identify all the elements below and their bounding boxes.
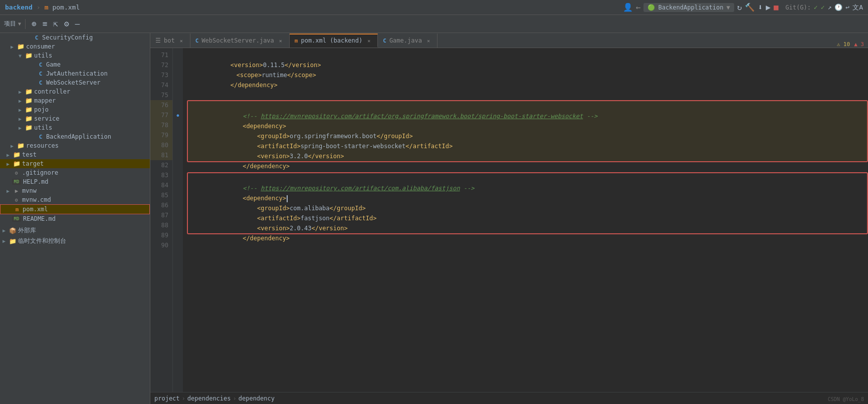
tree-item-mvnw[interactable]: ▶ ▶ mvnw — [0, 186, 150, 195]
git-clock[interactable]: 🕐 — [834, 4, 842, 11]
tree-item-game[interactable]: C Game — [0, 60, 150, 69]
tree-item-jwtauth[interactable]: C JwtAuthentication — [0, 69, 150, 78]
build-icon[interactable]: 🔨 — [745, 3, 755, 12]
gutter-79 — [173, 130, 183, 140]
tree-item-helpmd[interactable]: MD HELP.md — [0, 177, 150, 186]
tree-arrow: ▼ — [16, 53, 24, 59]
tree-item-test[interactable]: ▶ 📁 test — [0, 150, 150, 159]
tree-item-websocketserver[interactable]: C WebSocketServer — [0, 78, 150, 87]
tree-label: target — [22, 160, 44, 167]
line-num-81: 81 — [150, 150, 172, 160]
code-lines[interactable]: <version>0.11.5</version> <scope>runtime… — [183, 48, 868, 392]
tree-item-pomxml[interactable]: m pom.xml — [0, 204, 150, 214]
tree-item-backendapp[interactable]: C BackendApplication — [0, 132, 150, 141]
project-dropdown-label: 项目 — [4, 20, 16, 28]
toolbar-icon-add[interactable]: ⊕ — [30, 17, 39, 31]
code-line-74 — [187, 80, 868, 90]
line-numbers: 71 72 73 74 75 76 77 78 79 80 81 82 83 8… — [150, 48, 173, 392]
tree-item-utils1[interactable]: ▼ 📁 utils — [0, 51, 150, 60]
project-dropdown-arrow[interactable]: ▼ — [18, 21, 21, 27]
stop-icon[interactable]: ■ — [774, 3, 779, 12]
tab-pom-close[interactable]: ✕ — [365, 37, 372, 44]
tree-item-external-libs[interactable]: ▶ 📦 外部库 — [0, 225, 150, 236]
gutter-76 — [173, 100, 183, 110]
tree-item-service[interactable]: ▶ 📁 service — [0, 114, 150, 123]
git-check2[interactable]: ✓ — [821, 4, 825, 11]
toolbar-icon-list[interactable]: ≡ — [41, 17, 50, 31]
tree-label: WebSocketServer — [46, 79, 100, 86]
git-undo[interactable]: ↩ — [845, 4, 849, 11]
tree-label: HELP.md — [23, 178, 49, 185]
tree-item-gitignore[interactable]: ⚙ .gitignore — [0, 168, 150, 177]
tree-item-mapper[interactable]: ▶ 📁 mapper — [0, 96, 150, 105]
run-icon[interactable]: ▶ — [766, 3, 771, 12]
tree-item-utils2[interactable]: ▶ 📁 utils — [0, 123, 150, 132]
tree-label: test — [22, 151, 37, 158]
folder-icon: 📁 — [24, 52, 33, 59]
tree-label: JwtAuthentication — [46, 70, 108, 77]
code-line-88: </dependency> — [188, 223, 867, 233]
gutter-75 — [173, 90, 183, 100]
tree-arrow: ▶ — [4, 152, 12, 158]
tab-bot[interactable]: ☰ bot ✕ — [150, 34, 190, 48]
breadcrumb-sep2: › — [233, 395, 237, 402]
tree-item-consumer[interactable]: ▶ 📁 consumer — [0, 42, 150, 51]
tree-item-controller[interactable]: ▶ 📁 controller — [0, 87, 150, 96]
gutter-77[interactable]: ● — [173, 110, 183, 120]
reload-icon[interactable]: ↻ — [737, 3, 742, 12]
java-icon: C — [36, 62, 45, 68]
toolbar-icon-settings[interactable]: ⚙ — [62, 17, 71, 31]
run-config-dropdown[interactable]: ▼ — [726, 4, 730, 11]
code-editor[interactable]: 71 72 73 74 75 76 77 78 79 80 81 82 83 8… — [150, 48, 868, 392]
tree-label: pom.xml — [23, 206, 48, 213]
code-line-75 — [187, 90, 868, 100]
tree-item-readmemd[interactable]: MD README.md — [0, 214, 150, 223]
tree-arrow: ▶ — [8, 143, 16, 149]
tab-game[interactable]: C Game.java ✕ — [378, 34, 438, 48]
tree-label: utils — [34, 52, 52, 59]
editor-badges: ⚠ 10 ▲ 3 — [837, 41, 868, 48]
java-icon: C — [36, 80, 45, 86]
toolbar-icon-collapse[interactable]: ⇱ — [51, 17, 60, 31]
git-arrow[interactable]: ↗ — [828, 4, 832, 11]
tree-item-target[interactable]: ▶ 📁 target — [0, 159, 150, 168]
git-check1[interactable]: ✓ — [814, 4, 818, 11]
gutter-73 — [173, 70, 183, 80]
tree-label: service — [34, 115, 60, 122]
warning-badge: ⚠ 10 — [837, 41, 850, 48]
tab-pom[interactable]: m pom.xml (backend) ✕ — [290, 34, 378, 48]
tree-item-resources[interactable]: ▶ 📁 resources — [0, 141, 150, 150]
translate-icon[interactable]: 文A — [852, 3, 863, 12]
run-config-selector[interactable]: 🟢 BackendApplication ▼ — [643, 3, 734, 12]
tree-item-securityconfig[interactable]: C SecurityConfig — [0, 33, 150, 42]
tree-item-temp-files[interactable]: ▶ 📁 临时文件和控制台 — [0, 236, 150, 246]
code-line-90 — [187, 244, 868, 254]
gitignore-icon: ⚙ — [12, 170, 21, 176]
toolbar-icon-minimize[interactable]: — — [73, 17, 82, 31]
folder-icon: 📁 — [12, 160, 21, 167]
back-icon[interactable]: ← — [636, 3, 641, 12]
code-line-76: <!-- https://mvnrepository.com/artifact/… — [188, 101, 867, 111]
gutter: ● — [173, 48, 183, 392]
tab-bot-close[interactable]: ✕ — [178, 37, 185, 44]
breadcrumb-dependency[interactable]: dependency — [239, 395, 275, 402]
line-num-75: 75 — [150, 90, 172, 100]
tab-game-close[interactable]: ✕ — [425, 37, 432, 44]
tree-item-pojo[interactable]: ▶ 📁 pojo — [0, 105, 150, 114]
gutter-84 — [173, 180, 183, 190]
editor-area: ☰ bot ✕ C WebSocketServer.java ✕ m pom.x… — [150, 33, 868, 404]
tab-ws-icon: C — [195, 38, 199, 44]
update-icon[interactable]: ⬇ — [758, 3, 763, 12]
title-bar: backend › m pom.xml 👤 ← 🟢 BackendApplica… — [0, 0, 868, 15]
xml-icon: m — [13, 206, 22, 213]
tab-websocket[interactable]: C WebSocketServer.java ✕ — [190, 34, 290, 48]
line-num-77: 77 — [150, 110, 172, 120]
line-num-83: 83 — [150, 170, 172, 180]
tree-label: utils — [34, 124, 52, 131]
tree-arrow: ▶ — [4, 188, 12, 194]
breadcrumb-dependencies[interactable]: dependencies — [187, 395, 231, 402]
breadcrumb-project[interactable]: project — [154, 395, 180, 402]
tree-item-mvnwcmd[interactable]: ⚙ mvnw.cmd — [0, 195, 150, 204]
tab-ws-close[interactable]: ✕ — [277, 37, 284, 44]
code-line-83: <!-- https://mvnrepository.com/artifact/… — [188, 173, 867, 183]
